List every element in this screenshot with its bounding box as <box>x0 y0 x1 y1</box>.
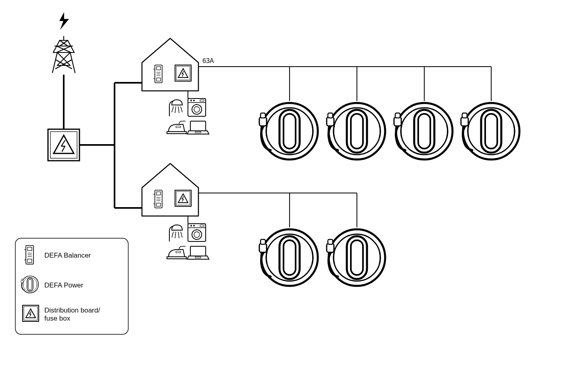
legend-dist-label-1: Distribution board/ <box>44 306 100 314</box>
charger-lower-1 <box>259 229 318 286</box>
wiring-diagram: 63A DEFA Balancer DEFA Power Distributio… <box>0 0 588 365</box>
legend-power-label: DEFA Power <box>44 281 83 289</box>
charger-lower-2 <box>327 229 385 286</box>
charger-upper-3 <box>394 103 452 159</box>
charger-upper-4 <box>461 103 519 159</box>
power-tower-icon <box>52 36 75 73</box>
house-lower <box>142 164 198 216</box>
bus-upper-label: 63A <box>202 57 214 64</box>
lightning-icon <box>59 12 69 30</box>
wire-drops-upper <box>290 67 491 101</box>
legend-balancer-label: DEFA Balancer <box>44 252 91 259</box>
distribution-board-main <box>48 129 79 161</box>
legend-power-icon <box>21 276 39 293</box>
wire-drops-lower <box>290 193 357 227</box>
legend: DEFA Balancer DEFA Power Distribution bo… <box>15 238 128 334</box>
charger-upper-1 <box>259 103 318 159</box>
house-upper <box>142 38 198 91</box>
legend-balancer-icon <box>24 245 33 264</box>
legend-dist-label-2: fuse box <box>44 315 71 322</box>
appliances-lower <box>167 224 209 259</box>
legend-distboard-icon <box>23 305 39 321</box>
charger-upper-2 <box>327 103 385 159</box>
appliances-upper <box>167 99 209 134</box>
